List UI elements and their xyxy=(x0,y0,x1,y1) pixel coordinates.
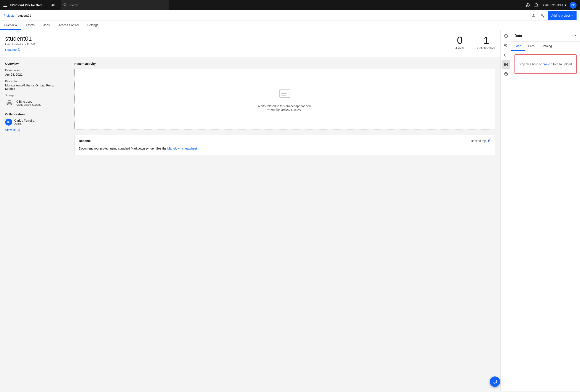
user-avatar[interactable]: CF xyxy=(570,2,577,9)
readme-header: Readme Back to top xyxy=(79,139,491,143)
data-panel-tabs: Load Files Catalog xyxy=(511,42,580,51)
storage-used: 0 Byte used xyxy=(16,100,41,103)
data-panel-body: Drop files here or browse files to uploa… xyxy=(511,51,580,391)
data-panel-close-button[interactable]: × xyxy=(574,33,577,38)
search-input[interactable] xyxy=(68,3,166,7)
overview-top-section: student01 Last Updated: Apr 23, 2021 Rea… xyxy=(0,30,500,57)
right-content-panel: Recent activity xyxy=(69,57,500,160)
collaborators-count: 1 xyxy=(477,35,495,46)
readme-content: Document your project using standard Mar… xyxy=(79,146,491,151)
tab-settings[interactable]: Settings xyxy=(83,21,103,30)
upload-button[interactable] xyxy=(530,12,537,19)
assets-count: 0 xyxy=(455,35,464,46)
breadcrumb: Projects / student01 xyxy=(3,14,31,17)
collaborators-section: Collaborators CF Carlos Ferreira Admin V… xyxy=(5,113,64,131)
search-bar[interactable] xyxy=(61,0,169,10)
svg-point-30 xyxy=(506,75,506,75)
data-panel-title: Data xyxy=(515,34,522,38)
data-panel: Data × Load Files Catalog Drop files her… xyxy=(511,30,580,391)
svg-point-8 xyxy=(542,14,543,15)
readme-section-title: Readme xyxy=(79,139,91,143)
add-to-project-button[interactable]: Add to project + xyxy=(548,11,577,20)
account-label: 2264972 - IBM xyxy=(543,3,563,7)
top-navigation: IBM Cloud Pak for Data All ▼ xyxy=(0,0,580,10)
collaborator-row: CF Carlos Ferreira Admin xyxy=(5,119,64,126)
tab-access-control[interactable]: Access Control xyxy=(54,21,83,30)
collaborators-stat: 1 Collaborators xyxy=(477,35,495,50)
project-last-updated: Last Updated: Apr 23, 2021 xyxy=(5,43,445,46)
tab-assets[interactable]: Assets xyxy=(21,21,39,30)
chat-fab-button[interactable] xyxy=(490,377,500,387)
info-icon-button[interactable] xyxy=(502,32,510,40)
svg-point-6 xyxy=(529,5,529,6)
svg-line-1 xyxy=(65,5,66,6)
account-chevron-icon: ▼ xyxy=(564,3,567,7)
svg-rect-28 xyxy=(506,65,507,66)
readme-file-icon xyxy=(17,48,20,51)
overview-section-title: Overview xyxy=(5,62,64,65)
activity-title: Recent activity xyxy=(74,62,495,65)
scope-selector[interactable]: All ▼ xyxy=(51,3,58,7)
sub-header: Projects / student01 Add to project + xyxy=(0,10,580,21)
activity-empty-state: Alerts related to this project appear he… xyxy=(74,69,495,130)
overview-left-top: student01 Last Updated: Apr 23, 2021 Rea… xyxy=(0,30,450,57)
help-icon-button[interactable] xyxy=(502,70,510,78)
history-icon-button[interactable] xyxy=(502,41,510,50)
storage-type: Cloud Object Storage xyxy=(16,103,41,106)
data-panel-tab-catalog[interactable]: Catalog xyxy=(538,42,555,51)
date-created-value: Apr 23, 2021 xyxy=(5,73,64,76)
readme-label: Readme xyxy=(5,48,17,51)
breadcrumb-projects[interactable]: Projects xyxy=(3,14,14,17)
tab-jobs[interactable]: Jobs xyxy=(39,21,54,30)
menu-icon[interactable] xyxy=(3,4,7,7)
activity-icon xyxy=(278,87,292,101)
data-panel-tab-files[interactable]: Files xyxy=(525,42,538,51)
topnav-right-actions: 2264972 - IBM ▼ CF xyxy=(524,1,577,9)
icon-sidebar xyxy=(500,30,511,391)
view-all-collaborators-link[interactable]: View all (1) xyxy=(5,128,64,131)
collaborator-name: Carlos Ferreira xyxy=(14,119,34,122)
content-area: student01 Last Updated: Apr 23, 2021 Rea… xyxy=(0,30,500,391)
share-icon-button[interactable] xyxy=(524,1,532,9)
collaborators-section-title: Collaborators xyxy=(5,113,64,116)
readme-section: Readme Back to top xyxy=(74,135,495,155)
add-collaborator-button[interactable] xyxy=(539,12,546,19)
svg-rect-26 xyxy=(506,63,507,64)
svg-rect-27 xyxy=(504,65,506,66)
tabs-bar: Overview Assets Jobs Access Control Sett… xyxy=(0,21,580,30)
storage-icon xyxy=(5,99,14,107)
browse-link[interactable]: browse xyxy=(542,62,552,66)
readme-edit-button[interactable] xyxy=(488,138,492,143)
breadcrumb-separator: / xyxy=(16,14,17,17)
svg-point-5 xyxy=(527,3,528,4)
svg-point-24 xyxy=(506,35,506,36)
assets-label: Assets xyxy=(455,46,464,50)
brand-logo: IBM Cloud Pak for Data xyxy=(10,3,42,7)
storage-info: 0 Byte used Cloud Object Storage xyxy=(16,100,41,106)
brand-product: Cloud Pak for Data xyxy=(15,3,42,7)
two-col-section: Overview Date created Apr 23, 2021 Descr… xyxy=(0,57,500,160)
readme-link[interactable]: Readme xyxy=(5,48,445,51)
drop-zone[interactable]: Drop files here or browse files to uploa… xyxy=(515,54,577,74)
storage-row: 0 Byte used Cloud Object Storage xyxy=(5,99,64,107)
markdown-cheatsheet-link[interactable]: Markdown cheatsheet xyxy=(167,147,197,150)
svg-rect-25 xyxy=(504,63,506,64)
tab-overview[interactable]: Overview xyxy=(0,21,21,30)
collaborator-role: Admin xyxy=(14,122,34,125)
bell-icon-button[interactable] xyxy=(533,1,540,9)
search-icon xyxy=(63,3,67,7)
main-layout: student01 Last Updated: Apr 23, 2021 Rea… xyxy=(0,30,580,391)
chevron-down-icon: ▼ xyxy=(56,4,58,6)
assets-stat: 0 Assets xyxy=(455,35,464,50)
data-panel-tab-load[interactable]: Load xyxy=(511,42,525,51)
description-label: Description xyxy=(5,80,64,83)
project-title: student01 xyxy=(5,35,445,42)
breadcrumb-current: student01 xyxy=(18,14,31,17)
description-value: Monitor AutoAI Hands On Lab Pump Models xyxy=(5,84,64,91)
nav-divider xyxy=(47,3,47,7)
account-selector[interactable]: 2264972 - IBM ▼ xyxy=(541,3,569,7)
collaborators-label: Collaborators xyxy=(477,46,495,50)
comment-icon-button[interactable] xyxy=(502,51,510,59)
subheader-actions: Add to project + xyxy=(530,11,577,20)
grid-icon-button[interactable] xyxy=(502,60,510,69)
